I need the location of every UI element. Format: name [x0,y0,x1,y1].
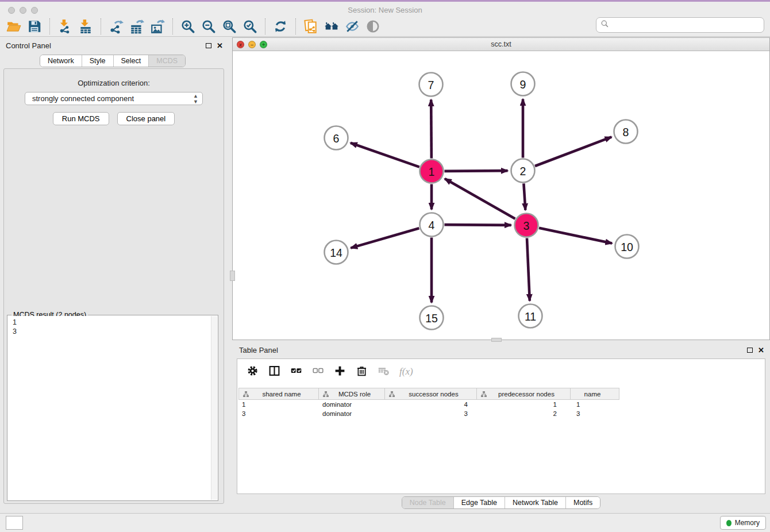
table-cell[interactable]: 1 [238,400,319,409]
tab-network[interactable]: Network [40,55,82,67]
search-icon [600,20,609,30]
table-toolbar: f(x) [237,359,765,384]
column-header-name[interactable]: name [571,388,619,400]
split-columns-icon[interactable] [268,365,280,379]
graph-node-6[interactable]: 6 [325,126,348,150]
criterion-select[interactable]: strongly connected component ▲▼ [25,92,203,105]
graph-node-4[interactable]: 4 [420,213,444,237]
save-session-icon[interactable] [24,18,45,35]
export-image-icon[interactable] [147,18,168,35]
graph-node-3[interactable]: 3 [515,214,538,237]
table-cell[interactable]: 3 [385,409,477,418]
edge-4-3[interactable] [444,225,511,225]
table-cell[interactable]: 3 [238,409,319,418]
clone-network-icon[interactable] [301,18,321,35]
table-cell[interactable]: 4 [385,400,477,409]
edge-3-10[interactable] [539,228,612,244]
function-builder-button[interactable]: f(x) [399,366,413,377]
table-cell[interactable]: 1 [477,400,571,409]
show-graphics-icon[interactable] [363,18,383,35]
network-window-title: scc.txt [233,40,769,48]
unselect-all-columns-icon[interactable] [312,365,324,379]
table-cell[interactable]: 2 [477,409,571,418]
tab-select[interactable]: Select [114,55,149,67]
edge-2-3[interactable] [523,183,525,210]
refresh-icon[interactable] [270,18,291,35]
table-row[interactable]: 1dominator411 [238,400,764,409]
graph-node-11[interactable]: 11 [519,304,542,328]
edge-3-11[interactable] [527,238,530,300]
tab-edge-table[interactable]: Edge Table [454,497,505,508]
float-table-panel-icon[interactable] [747,348,753,353]
close-panel-button[interactable]: Close panel [117,112,175,125]
titlebar: Session: New Session [0,2,770,16]
select-all-columns-icon[interactable] [290,365,302,379]
column-header-successor-nodes[interactable]: successor nodes [385,388,477,400]
table-cell[interactable]: 1 [571,400,619,409]
graph-node-10[interactable]: 10 [615,235,639,259]
table-cell[interactable]: 3 [571,409,619,418]
graph-node-1[interactable]: 1 [420,160,444,183]
network-window-titlebar[interactable]: x – + scc.txt [233,38,769,51]
run-mcds-button[interactable]: Run MCDS [53,112,109,125]
gear-icon[interactable] [247,365,259,379]
tab-motifs[interactable]: Motifs [566,497,600,508]
edge-3-1[interactable] [445,179,515,219]
graph-node-8[interactable]: 8 [614,120,638,144]
delete-column-icon[interactable] [356,365,368,379]
tab-network-table[interactable]: Network Table [505,497,566,508]
edge-1-7[interactable] [431,99,432,158]
graph-node-2[interactable]: 2 [511,159,535,183]
tab-mcds[interactable]: MCDS [149,55,185,67]
svg-text:4: 4 [429,219,435,232]
toolbar-separator [295,18,296,34]
tab-node-table[interactable]: Node Table [402,497,454,508]
network-graph[interactable]: 7968124314101511 [233,51,769,340]
search-input[interactable] [612,21,760,29]
graph-node-9[interactable]: 9 [511,72,535,96]
graph-node-7[interactable]: 7 [419,73,443,97]
zoom-in-icon[interactable] [178,18,198,35]
edge-1-6[interactable] [351,143,419,167]
select-stepper-icon: ▲▼ [193,93,198,105]
import-table-icon[interactable] [75,18,96,35]
edge-2-8[interactable] [535,137,611,166]
table-row[interactable]: 3dominator323 [238,409,764,418]
table-cell[interactable]: dominator [319,409,385,418]
tree-icon [322,391,329,398]
mcds-result-text[interactable]: 1 3 [8,316,211,500]
add-column-icon[interactable] [334,365,346,379]
task-history-button[interactable] [6,516,23,530]
open-session-icon[interactable] [3,18,24,35]
zoom-selected-icon[interactable] [240,18,260,35]
import-network-icon[interactable] [55,18,75,35]
toolbar-separator [172,18,173,34]
graph-node-15[interactable]: 15 [420,306,444,330]
column-header-shared-name[interactable]: shared name [238,388,319,400]
column-header-predecessor-nodes[interactable]: predecessor nodes [477,388,571,400]
zoom-out-icon[interactable] [198,18,219,35]
column-header-MCDS-role[interactable]: MCDS role [319,388,385,400]
hide-graphics-icon[interactable] [342,18,363,35]
export-table-icon[interactable] [126,18,147,35]
edge-4-14[interactable] [351,228,419,248]
search-field[interactable] [596,17,764,33]
close-table-panel-icon[interactable]: ✕ [758,346,764,354]
bottom-splitter-handle[interactable] [491,338,502,342]
graph-node-14[interactable]: 14 [325,241,348,264]
edge-1-2[interactable] [444,171,507,171]
control-panel: Control Panel ✕ NetworkStyleSelectMCDS O… [0,37,228,506]
table-cell[interactable]: dominator [319,400,385,409]
memory-button[interactable]: Memory [720,516,766,530]
table-panel: Table Panel ✕ f(x) shared nameMCDS roles… [232,343,770,511]
delete-table-icon[interactable] [378,365,390,379]
tab-style[interactable]: Style [82,55,114,67]
close-panel-icon[interactable]: ✕ [217,42,223,49]
export-network-icon[interactable] [106,18,126,35]
cyndex-browser-icon[interactable] [321,18,342,35]
network-canvas[interactable]: 7968124314101511 [233,51,769,340]
left-splitter-handle[interactable] [230,271,235,281]
result-scrollbar[interactable] [211,316,217,500]
float-panel-icon[interactable] [206,43,211,48]
zoom-fit-icon[interactable] [219,18,240,35]
